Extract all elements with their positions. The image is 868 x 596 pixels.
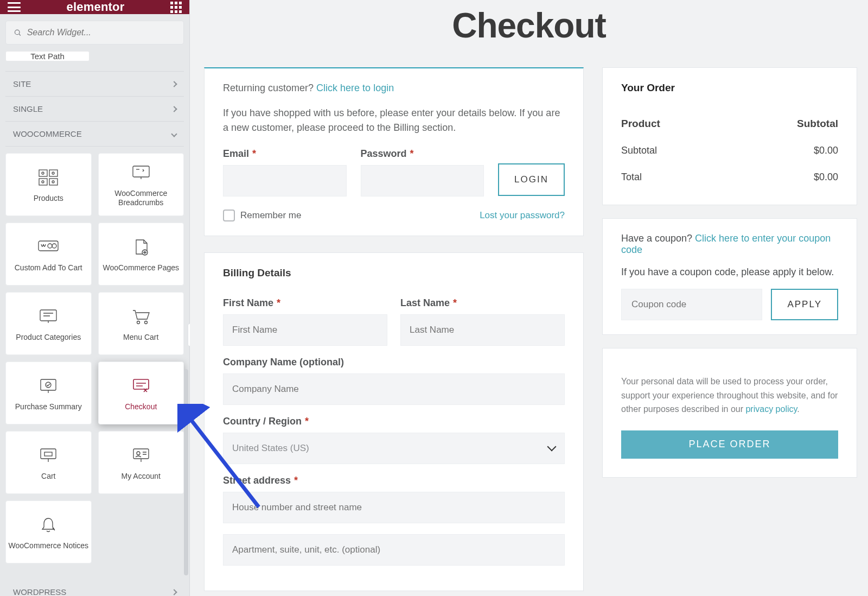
order-total-label: Total — [621, 172, 642, 183]
coupon-input[interactable] — [621, 289, 762, 320]
widget-wc-notices[interactable]: WooCommerce Notices — [5, 500, 92, 563]
widget-label: My Account — [122, 472, 161, 480]
order-subtotal-value: $0.00 — [814, 145, 838, 156]
svg-rect-23 — [133, 449, 149, 459]
coupon-description: If you have a coupon code, please apply … — [621, 267, 838, 278]
svg-point-12 — [48, 244, 52, 248]
first-name-label: First Name — [223, 297, 273, 309]
widget-cart[interactable]: Cart — [5, 431, 92, 494]
login-toggle-link[interactable]: Click here to login — [316, 83, 394, 93]
svg-rect-5 — [49, 179, 58, 185]
login-button[interactable]: LOGIN — [498, 163, 565, 196]
section-site[interactable]: SITE — [5, 71, 184, 97]
svg-point-19 — [46, 382, 51, 388]
widget-label: Menu Cart — [123, 333, 158, 341]
widget-wc-breadcrumbs[interactable]: WooCommerce Breadcrumbs — [98, 153, 184, 216]
sidebar-scrollbar[interactable] — [184, 369, 188, 575]
widget-label: WooCommerce Pages — [103, 263, 179, 272]
country-value — [223, 433, 565, 464]
widget-menu-cart[interactable]: Menu Cart — [98, 292, 184, 355]
order-subtotal-header: Subtotal — [797, 118, 838, 130]
svg-point-17 — [144, 321, 147, 324]
coupon-prompt: Have a coupon? — [621, 233, 695, 244]
categories-icon — [39, 306, 58, 327]
section-woocommerce[interactable]: WOOCOMMERCE — [5, 122, 184, 147]
svg-point-8 — [42, 181, 44, 183]
required-asterisk: * — [453, 297, 457, 309]
last-name-input[interactable] — [400, 314, 565, 346]
bell-icon — [40, 514, 56, 536]
remember-me-toggle[interactable]: Remember me — [223, 210, 301, 221]
required-asterisk: * — [277, 297, 280, 309]
svg-point-9 — [52, 181, 54, 183]
widget-label: WooCommerce Notices — [8, 541, 88, 550]
products-icon — [39, 167, 58, 188]
order-summary-card: Your Order Product Subtotal Subtotal $0.… — [602, 67, 857, 205]
section-site-label: SITE — [13, 79, 31, 88]
returning-description: If you have shopped with us before, plea… — [223, 106, 565, 135]
street-address-2-input[interactable] — [223, 534, 565, 566]
returning-prompt: Returning customer? — [223, 83, 316, 93]
street-address-1-input[interactable] — [223, 492, 565, 523]
search-widget[interactable] — [5, 21, 184, 45]
section-wordpress[interactable]: WORDPRESS — [5, 580, 184, 596]
svg-point-13 — [52, 244, 56, 248]
email-input[interactable] — [223, 165, 347, 196]
privacy-pre: Your personal data will be used to proce… — [621, 377, 838, 414]
section-single-label: SINGLE — [13, 104, 43, 113]
place-order-button[interactable]: PLACE ORDER — [621, 430, 838, 459]
widget-my-account[interactable]: My Account — [98, 431, 184, 494]
order-title: Your Order — [621, 82, 838, 94]
svg-rect-10 — [133, 166, 149, 177]
required-asterisk: * — [410, 148, 414, 160]
checkout-icon — [132, 375, 150, 397]
svg-rect-20 — [133, 379, 149, 389]
widget-purchase-summary[interactable]: Purchase Summary — [5, 362, 92, 424]
widget-label: Custom Add To Cart — [15, 263, 82, 272]
widget-custom-add-to-cart[interactable]: Custom Add To Cart — [5, 223, 92, 286]
breadcrumbs-icon — [132, 162, 150, 183]
widget-product-categories[interactable]: Product Categories — [5, 292, 92, 355]
text-path-button[interactable]: Text Path — [5, 51, 90, 61]
svg-point-0 — [15, 30, 20, 35]
email-label: Email — [223, 148, 249, 160]
chevron-right-icon — [171, 81, 177, 87]
lost-password-link[interactable]: Lost your password? — [480, 210, 565, 221]
svg-rect-15 — [40, 310, 56, 321]
cart-box-icon — [39, 445, 58, 466]
sidebar-header: elementor — [0, 0, 189, 14]
place-order-card: Your personal data will be used to proce… — [602, 348, 857, 478]
widget-checkout[interactable]: Checkout — [98, 362, 184, 424]
last-name-label: Last Name — [400, 297, 450, 309]
password-input[interactable] — [361, 165, 484, 196]
order-total-value: $0.00 — [814, 172, 838, 183]
svg-rect-2 — [39, 170, 47, 176]
section-wordpress-label: WORDPRESS — [13, 587, 66, 596]
first-name-input[interactable] — [223, 314, 387, 346]
company-input[interactable] — [223, 373, 565, 405]
billing-card: Billing Details First Name* Last Name* C… — [204, 252, 584, 591]
svg-rect-4 — [39, 179, 47, 185]
required-asterisk: * — [294, 475, 298, 486]
svg-rect-22 — [44, 452, 52, 456]
apply-coupon-button[interactable]: APPLY — [771, 289, 838, 320]
country-label: Country / Region — [223, 416, 302, 427]
country-select[interactable] — [223, 433, 565, 464]
summary-icon — [39, 375, 58, 397]
company-label: Company Name (optional) — [223, 357, 344, 368]
chevron-right-icon — [171, 589, 177, 595]
widget-products[interactable]: Products — [5, 153, 92, 216]
right-column: Your Order Product Subtotal Subtotal $0.… — [602, 67, 857, 591]
privacy-policy-link[interactable]: privacy policy — [745, 404, 797, 414]
widget-wc-pages[interactable]: WooCommerce Pages — [98, 223, 184, 286]
section-single[interactable]: SINGLE — [5, 97, 184, 122]
svg-point-24 — [137, 452, 140, 455]
widget-label: WooCommerce Breadcrumbs — [99, 189, 184, 207]
svg-point-16 — [137, 321, 139, 324]
search-icon — [14, 28, 22, 37]
svg-rect-3 — [49, 170, 58, 176]
search-input[interactable] — [27, 28, 176, 37]
woo-icon — [38, 236, 59, 258]
hamburger-icon[interactable] — [8, 2, 21, 12]
apps-grid-icon[interactable] — [170, 2, 182, 13]
